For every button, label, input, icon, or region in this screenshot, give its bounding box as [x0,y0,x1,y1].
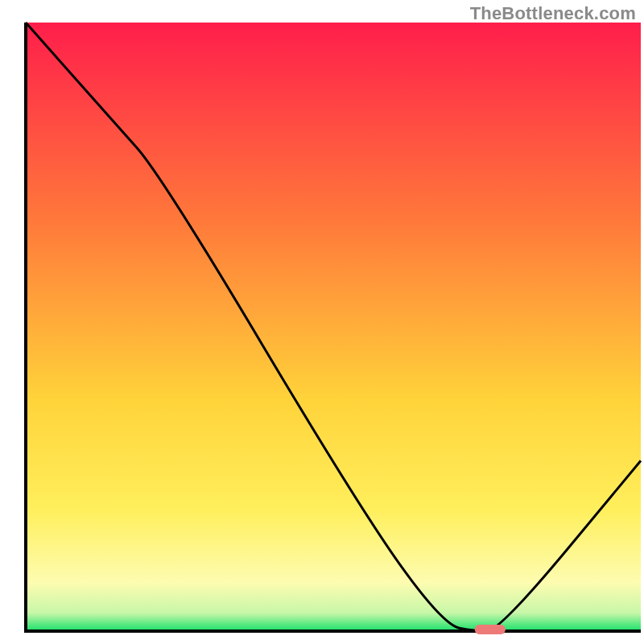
chart-svg [0,0,644,644]
bottleneck-chart: TheBottleneck.com [0,0,644,644]
watermark-label: TheBottleneck.com [470,3,636,24]
optimal-marker [475,625,506,634]
plot-background [26,23,641,631]
